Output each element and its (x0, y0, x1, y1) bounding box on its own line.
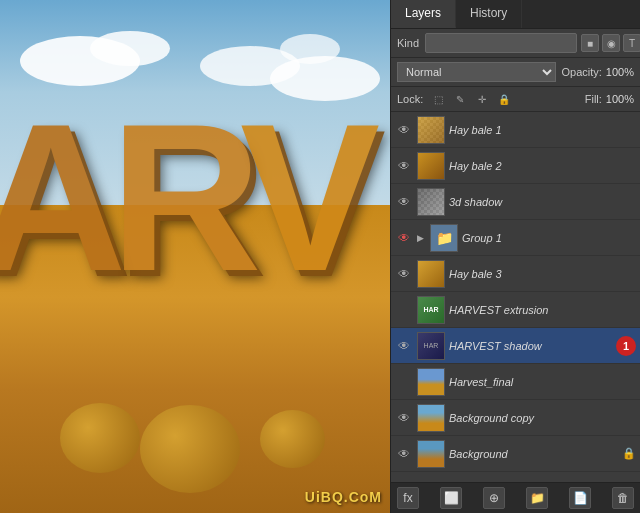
layer-item[interactable]: 👁 ▶ 📁 Group 1 (391, 220, 640, 256)
layer-item[interactable]: 👁 HAR HARVEST shadow 1 (391, 328, 640, 364)
layer-name: Harvest_final (449, 376, 636, 388)
layer-name: Background (449, 448, 618, 460)
layer-item[interactable]: 👁 3d shadow (391, 184, 640, 220)
layer-item[interactable]: 👁 Hay bale 1 (391, 112, 640, 148)
layer-thumbnail (417, 188, 445, 216)
lock-label: Lock: (397, 93, 423, 105)
layer-thumbnail (417, 404, 445, 432)
add-adjustment-button[interactable]: ⊕ (483, 487, 505, 509)
eye-visibility-icon[interactable]: 👁 (395, 121, 413, 139)
haybale-1 (60, 403, 140, 473)
search-bar: Kind ■ ◉ T ⬜ ⚙ (391, 29, 640, 58)
eye-visibility-icon[interactable]: 👁 (395, 229, 413, 247)
filter-type-icon[interactable]: T (623, 34, 640, 52)
haybale-2 (140, 405, 240, 493)
3d-letters: A R V (0, 77, 390, 436)
new-group-button[interactable]: 📁 (526, 487, 548, 509)
layer-item[interactable]: 👁 Hay bale 2 (391, 148, 640, 184)
eye-visibility-icon[interactable]: 👁 (395, 445, 413, 463)
lock-icons: ⬚ ✎ ✛ 🔒 (429, 90, 578, 108)
layer-thumbnail (417, 368, 445, 396)
lock-image-icon[interactable]: ✎ (451, 90, 469, 108)
filter-adjust-icon[interactable]: ◉ (602, 34, 620, 52)
layer-name: HARVEST shadow (449, 340, 610, 352)
blend-mode-row: Normal Opacity: 100% (391, 58, 640, 87)
blend-mode-select[interactable]: Normal (397, 62, 556, 82)
layer-name: Hay bale 2 (449, 160, 636, 172)
eye-visibility-icon[interactable]: 👁 (395, 337, 413, 355)
fill-label: Fill: (585, 93, 602, 105)
delete-layer-button[interactable]: 🗑 (612, 487, 634, 509)
opacity-row: Opacity: 100% (562, 66, 635, 78)
folder-arrow-icon[interactable]: ▶ (417, 233, 424, 243)
layer-name: 3d shadow (449, 196, 636, 208)
layer-name: HARVEST extrusion (449, 304, 636, 316)
eye-visibility-icon[interactable]: 👁 (395, 409, 413, 427)
layer-name: Hay bale 3 (449, 268, 636, 280)
layer-item[interactable]: 👁 Hay bale 3 (391, 256, 640, 292)
layer-thumbnail: HAR (417, 296, 445, 324)
layer-name: Background copy (449, 412, 636, 424)
layer-thumbnail (417, 116, 445, 144)
layer-list: 👁 Hay bale 1 👁 Hay bale 2 👁 3d shadow 👁 (391, 112, 640, 482)
haybale-3 (260, 410, 325, 468)
tab-history[interactable]: History (456, 0, 522, 28)
layer-item[interactable]: 👁 Background copy (391, 400, 640, 436)
fill-row: Fill: 100% (585, 93, 634, 105)
layer-item[interactable]: 👁 HAR HARVEST extrusion (391, 292, 640, 328)
fill-value[interactable]: 100% (606, 93, 634, 105)
letter-v: V (240, 77, 380, 319)
new-layer-button[interactable]: 📄 (569, 487, 591, 509)
panel-footer: fx ⬜ ⊕ 📁 📄 🗑 (391, 482, 640, 513)
kind-label: Kind (397, 37, 419, 49)
layer-thumbnail (417, 152, 445, 180)
layer-locked-icon: 🔒 (622, 447, 636, 460)
eye-visibility-icon[interactable]: 👁 (395, 193, 413, 211)
lock-transparent-icon[interactable]: ⬚ (429, 90, 447, 108)
search-input[interactable] (425, 33, 577, 53)
lock-row: Lock: ⬚ ✎ ✛ 🔒 Fill: 100% (391, 87, 640, 112)
search-icons: ■ ◉ T ⬜ ⚙ (581, 34, 640, 52)
layer-name: Hay bale 1 (449, 124, 636, 136)
watermark: UiBQ.CoM (305, 489, 382, 505)
layer-item[interactable]: 👁 Harvest_final (391, 364, 640, 400)
panel-tabs: Layers History (391, 0, 640, 29)
add-mask-button[interactable]: ⬜ (440, 487, 462, 509)
lock-all-icon[interactable]: 🔒 (495, 90, 513, 108)
layer-thumbnail (417, 260, 445, 288)
filter-pixel-icon[interactable]: ■ (581, 34, 599, 52)
layer-fx-button[interactable]: fx (397, 487, 419, 509)
badge-1: 1 (616, 336, 636, 356)
canvas-area: A R V UiBQ.CoM (0, 0, 390, 513)
eye-visibility-icon[interactable]: 👁 (395, 157, 413, 175)
letter-a: A (0, 77, 127, 319)
eye-visibility-icon[interactable]: 👁 (395, 373, 413, 391)
letter-r: R (110, 77, 262, 319)
layer-thumbnail (417, 440, 445, 468)
layer-thumbnail: 📁 (430, 224, 458, 252)
eye-visibility-icon[interactable]: 👁 (395, 265, 413, 283)
tab-layers[interactable]: Layers (391, 0, 456, 28)
opacity-label: Opacity: (562, 66, 602, 78)
eye-visibility-icon[interactable]: 👁 (395, 301, 413, 319)
layers-panel: Layers History Kind ■ ◉ T ⬜ ⚙ Normal Opa… (390, 0, 640, 513)
opacity-value[interactable]: 100% (606, 66, 634, 78)
layer-name: Group 1 (462, 232, 636, 244)
lock-position-icon[interactable]: ✛ (473, 90, 491, 108)
layer-thumbnail: HAR (417, 332, 445, 360)
layer-item[interactable]: 👁 Background 🔒 (391, 436, 640, 472)
